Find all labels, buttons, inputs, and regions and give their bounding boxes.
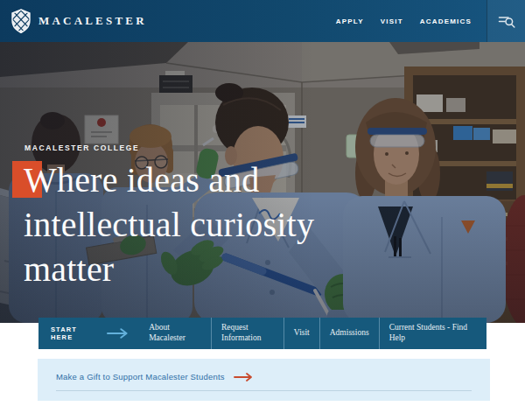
hero-heading-line-1: Where ideas and [24, 158, 314, 202]
brand-wordmark: MACALESTER [38, 14, 147, 28]
gift-banner-row: Make a Gift to Support Macalester Studen… [56, 359, 472, 391]
quicklink-current-students[interactable]: Current Students - Find Help [379, 318, 486, 349]
hero-heading-line-3: matter [24, 247, 314, 291]
header-nav: APPLY VISIT ACADEMICS [336, 18, 472, 25]
quicklink-request-information[interactable]: Request Information [211, 318, 284, 349]
hero-section: MACALESTER COLLEGE Where ideas and intel… [0, 42, 525, 323]
quicklink-about-macalester[interactable]: About Macalester [139, 318, 211, 349]
hero-heading: Where ideas and intellectual curiosity m… [24, 158, 314, 291]
gift-link[interactable]: Make a Gift to Support Macalester Studen… [56, 372, 225, 382]
right-arrow-icon [234, 373, 253, 382]
quicklink-admissions[interactable]: Admissions [319, 318, 379, 349]
nav-academics[interactable]: ACADEMICS [420, 18, 472, 25]
search-button[interactable] [486, 0, 525, 42]
quicklink-visit[interactable]: Visit [284, 318, 319, 349]
quick-links-bar: START HERE About Macalester Request Info… [38, 318, 486, 349]
macalester-crest-icon [11, 9, 31, 33]
hero-heading-line-2: intellectual curiosity [24, 202, 314, 247]
start-here-text: START HERE [51, 326, 100, 341]
gift-banner: Make a Gift to Support Macalester Studen… [38, 359, 490, 401]
nav-apply[interactable]: APPLY [336, 18, 364, 25]
hero-eyebrow: MACALESTER COLLEGE [24, 144, 139, 152]
nav-visit[interactable]: VISIT [381, 18, 403, 25]
right-arrow-icon [107, 328, 129, 339]
menu-search-icon [498, 14, 515, 29]
brand-logo[interactable]: MACALESTER [11, 9, 147, 33]
top-nav-bar: MACALESTER APPLY VISIT ACADEMICS [0, 0, 525, 42]
start-here-label: START HERE [38, 318, 139, 349]
